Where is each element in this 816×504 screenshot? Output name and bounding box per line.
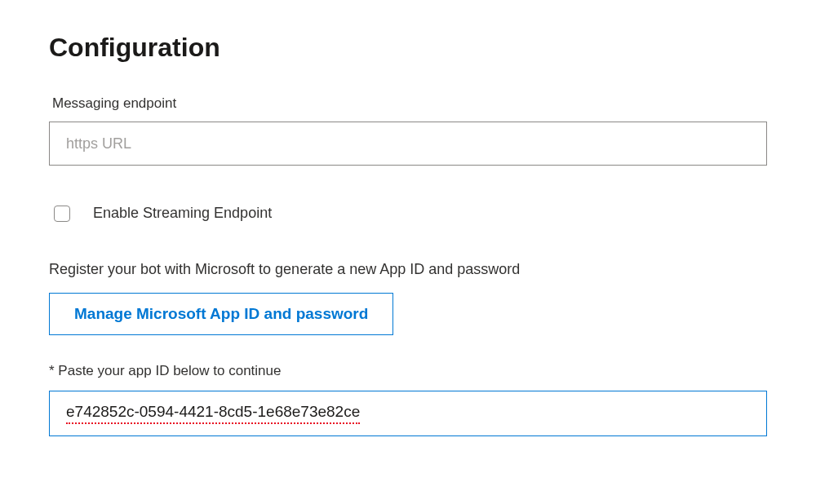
messaging-endpoint-input[interactable] — [49, 122, 767, 166]
app-id-value: e742852c-0594-4421-8cd5-1e68e73e82ce — [66, 403, 360, 424]
streaming-endpoint-checkbox[interactable] — [54, 206, 70, 222]
app-id-paste-label: * Paste your app ID below to continue — [49, 363, 767, 379]
manage-app-id-button[interactable]: Manage Microsoft App ID and password — [49, 293, 393, 335]
streaming-endpoint-row: Enable Streaming Endpoint — [54, 205, 767, 222]
messaging-endpoint-group: Messaging endpoint — [49, 95, 767, 166]
page-title: Configuration — [49, 33, 767, 63]
streaming-endpoint-label: Enable Streaming Endpoint — [93, 205, 272, 222]
app-id-input[interactable]: e742852c-0594-4421-8cd5-1e68e73e82ce — [49, 391, 767, 436]
messaging-endpoint-label: Messaging endpoint — [52, 95, 767, 112]
register-instruction-text: Register your bot with Microsoft to gene… — [49, 261, 767, 278]
